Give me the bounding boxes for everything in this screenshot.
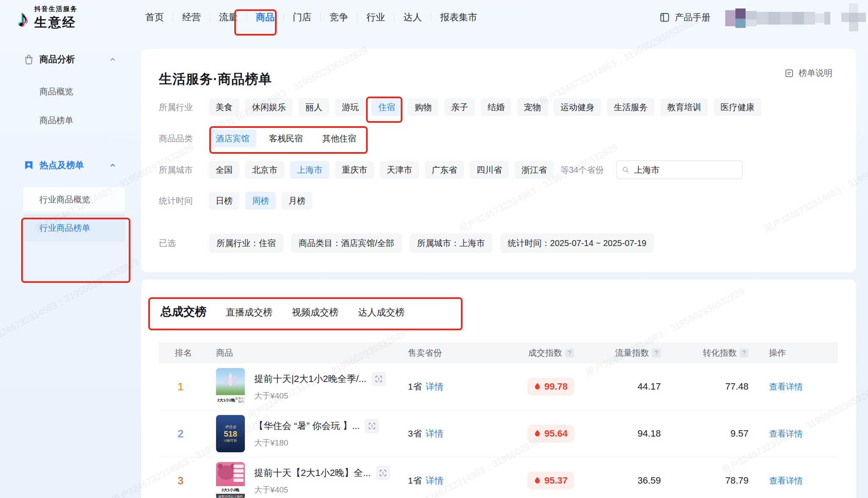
nav-separator (247, 13, 247, 22)
bookmark-star-icon (23, 160, 34, 171)
industry-option[interactable]: 医疗健康 (714, 98, 761, 116)
product-title-row[interactable]: 【华住会 “暑” 你会玩 】... (254, 419, 379, 433)
nav-item-industry[interactable]: 行业 (366, 11, 385, 24)
industry-option[interactable]: 运动健身 (554, 98, 601, 116)
nav-item-report-market[interactable]: 报表集市 (440, 11, 477, 24)
tab-video-deals[interactable]: 视频成交榜 (292, 306, 338, 319)
city-option[interactable]: 广东省 (425, 161, 464, 179)
thumbnail-caption: 518 (224, 430, 237, 438)
help-question-icon[interactable]: ? (565, 349, 574, 357)
logo-subtitle: 抖音生活服务 (34, 5, 78, 13)
city-search-box[interactable] (616, 160, 743, 179)
nav-separator (210, 13, 210, 22)
deal-index-value: 95.64 (544, 428, 568, 439)
view-details-link[interactable]: 查看详情 (749, 475, 838, 487)
province-cell: 1省详情 (408, 381, 494, 393)
province-count: 1省 (408, 382, 422, 391)
industry-option[interactable]: 教育培训 (660, 98, 708, 116)
rank-value: 1 (159, 380, 216, 393)
sidebar-group-product-analysis[interactable]: 商品分析 (0, 50, 132, 69)
traffic-index-value: 44.17 (638, 381, 661, 392)
table-row: 3 2大1小2晚 提前10天以上预约 (159, 457, 838, 498)
city-option[interactable]: 全国 (209, 161, 239, 179)
conversion-index-value: 77.48 (725, 381, 749, 392)
product-price: 大于¥405 (254, 390, 386, 401)
filter-label: 商品品类 (159, 133, 209, 144)
category-option[interactable]: 客栈民宿 (262, 130, 310, 147)
sidebar-item-industry-goods-overview[interactable]: 行业商品概览 (23, 187, 125, 212)
city-option[interactable]: 浙江省 (515, 161, 554, 179)
selected-filters-row: 已选 所属行业：住宿 商品类目：酒店宾馆/全部 所属城市：上海市 统计时间：20… (159, 233, 662, 253)
header-product: 商品 (216, 347, 408, 359)
industry-option[interactable]: 购物 (408, 98, 438, 116)
help-question-icon[interactable]: ? (652, 349, 661, 357)
category-option-selected[interactable]: 酒店宾馆 (209, 130, 256, 147)
city-search-input[interactable] (633, 165, 737, 175)
sidebar-item-industry-goods-ranking[interactable]: 行业商品榜单 (23, 214, 125, 241)
industry-option[interactable]: 丽人 (299, 98, 329, 116)
deal-index-cell: 95.64 (527, 425, 574, 443)
thumbnail-caption: /2晚可折 (224, 438, 237, 443)
filter-label: 所属行业 (159, 102, 209, 113)
city-more-note: 等34个省份 (560, 164, 604, 176)
deal-index-value: 95.37 (544, 475, 568, 486)
province-detail-link[interactable]: 详情 (426, 382, 444, 391)
product-price: 大于¥180 (254, 437, 379, 448)
industry-option[interactable]: 休闲娱乐 (245, 98, 293, 116)
scan-code-icon[interactable] (376, 466, 390, 480)
nav-item-goods[interactable]: 商品 (256, 11, 275, 24)
castle-illustration (223, 372, 238, 389)
filter-label: 所属城市 (159, 164, 209, 176)
city-option[interactable]: 天津市 (380, 161, 419, 179)
industry-option[interactable]: 生活服务 (607, 98, 654, 116)
industry-option[interactable]: 游玩 (335, 98, 366, 116)
time-option-monthly[interactable]: 月榜 (282, 192, 312, 210)
help-question-icon[interactable]: ? (740, 349, 749, 357)
province-count: 1省 (408, 476, 422, 485)
time-option-daily[interactable]: 日榜 (209, 192, 239, 210)
conversion-index-value: 78.79 (725, 475, 749, 486)
view-details-link[interactable]: 查看详情 (749, 381, 838, 393)
industry-option[interactable]: 宠物 (517, 98, 548, 116)
tab-live-deals[interactable]: 直播成交榜 (226, 306, 272, 319)
industry-option[interactable]: 美食 (209, 98, 239, 116)
time-option-weekly-selected[interactable]: 周榜 (245, 192, 276, 210)
sidebar-item-goods-overview[interactable]: 商品概览 (0, 83, 132, 100)
city-option[interactable]: 北京市 (245, 161, 284, 179)
selected-chip-time-range: 统计时间：2025-07-14 ~ 2025-07-19 (500, 233, 654, 253)
product-cell: 2大1小2晚 提前10天以上预约 提前十天【2大1小2晚】全... (216, 462, 408, 498)
scan-code-icon[interactable] (365, 419, 379, 433)
selected-chip-industry: 所属行业：住宿 (209, 233, 283, 253)
category-option[interactable]: 其他住宿 (316, 130, 363, 147)
product-title-row[interactable]: 提前十天【2大1小2晚】全... (254, 466, 390, 480)
city-option-selected[interactable]: 上海市 (290, 161, 329, 179)
ranking-help-link[interactable]: 榜单说明 (784, 67, 832, 79)
sidebar-group-hotspots-rankings[interactable]: 热点及榜单 (0, 156, 132, 174)
sidebar-item-goods-ranking[interactable]: 商品榜单 (0, 112, 132, 129)
city-option[interactable]: 四川省 (470, 161, 509, 179)
industry-option[interactable]: 亲子 (444, 98, 475, 116)
industry-option-selected[interactable]: 住宿 (372, 98, 402, 116)
sidebar-group-label: 热点及榜单 (39, 159, 84, 171)
view-details-link[interactable]: 查看详情 (749, 428, 838, 440)
chevron-up-icon (108, 55, 117, 64)
logo[interactable]: ♪ 抖音生活服务 生意经 (17, 5, 78, 31)
nav-item-competition[interactable]: 竞争 (330, 11, 348, 24)
tab-talent-deals[interactable]: 达人成交榜 (358, 306, 405, 319)
industry-option[interactable]: 结婚 (481, 98, 511, 116)
product-manual-link[interactable]: 产品手册 (659, 0, 710, 35)
nav-item-home[interactable]: 首页 (145, 11, 164, 24)
nav-item-operation[interactable]: 经营 (182, 11, 201, 24)
nav-item-traffic[interactable]: 流量 (219, 11, 238, 24)
filter-label: 统计时间 (159, 195, 209, 207)
province-detail-link[interactable]: 详情 (426, 429, 444, 438)
product-title-row[interactable]: 提前十天|2大1小2晚全季/... (254, 372, 386, 386)
tab-total-deals[interactable]: 总成交榜 (161, 304, 206, 319)
province-detail-link[interactable]: 详情 (426, 476, 444, 485)
city-option[interactable]: 重庆市 (335, 161, 374, 179)
nav-item-talent[interactable]: 达人 (403, 11, 422, 24)
scan-code-icon[interactable] (372, 372, 386, 386)
nav-item-store[interactable]: 门店 (293, 11, 311, 24)
product-thumbnail: 2大1小2晚 提前10天以上预约 (216, 462, 245, 498)
app-screen: ♪ 抖音生活服务 生意经 首页 经营 流量 商品 门店 竞争 行业 达人 报表集… (0, 0, 868, 498)
